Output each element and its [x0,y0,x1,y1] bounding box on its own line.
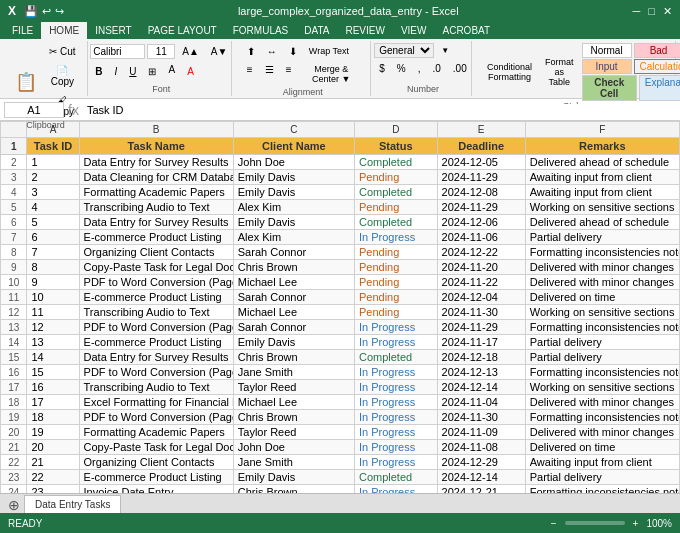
cell-r12-c0[interactable]: 11 [27,305,79,320]
cell-r20-c4[interactable]: 2024-11-09 [437,425,525,440]
cell-r5-c3[interactable]: Pending [354,200,437,215]
tab-review[interactable]: REVIEW [337,22,392,39]
font-name-input[interactable] [90,44,145,59]
cell-r13-c4[interactable]: 2024-11-29 [437,320,525,335]
increase-font-button[interactable]: A▲ [177,43,204,60]
add-sheet-button[interactable]: ⊕ [4,497,24,513]
header-status[interactable]: Status [354,138,437,155]
number-format-expand[interactable]: ▼ [436,43,454,58]
cell-r4-c3[interactable]: Completed [354,185,437,200]
cell-r5-c5[interactable]: Working on sensitive sections [525,200,679,215]
cell-r12-c1[interactable]: Transcribing Audio to Text [79,305,233,320]
cell-r4-c1[interactable]: Formatting Academic Papers [79,185,233,200]
cell-r22-c2[interactable]: Jane Smith [233,455,354,470]
style-input[interactable]: Input [582,59,632,74]
cell-r16-c2[interactable]: Jane Smith [233,365,354,380]
cell-r19-c3[interactable]: In Progress [354,410,437,425]
style-calc[interactable]: Calculation [634,59,680,74]
cell-r19-c0[interactable]: 18 [27,410,79,425]
cell-r8-c5[interactable]: Formatting inconsistencies noted [525,245,679,260]
cell-r5-c2[interactable]: Alex Kim [233,200,354,215]
cell-r18-c5[interactable]: Delivered with minor changes [525,395,679,410]
cell-r14-c5[interactable]: Partial delivery [525,335,679,350]
header-task-name[interactable]: Task Name [79,138,233,155]
minimize-btn[interactable]: ─ [633,5,641,18]
cut-button[interactable]: ✂ Cut [44,43,81,60]
style-normal[interactable]: Normal [582,43,632,58]
cell-r5-c4[interactable]: 2024-11-29 [437,200,525,215]
cell-r9-c3[interactable]: Pending [354,260,437,275]
font-size-input[interactable] [147,44,175,59]
cell-r7-c3[interactable]: In Progress [354,230,437,245]
cell-r22-c0[interactable]: 21 [27,455,79,470]
cell-r23-c5[interactable]: Partial delivery [525,470,679,485]
sheet-tab-data-entry[interactable]: Data Entry Tasks [24,495,121,513]
cell-r14-c3[interactable]: In Progress [354,335,437,350]
cell-r9-c4[interactable]: 2024-11-20 [437,260,525,275]
cell-r19-c1[interactable]: PDF to Word Conversion (Pages) [79,410,233,425]
tab-formulas[interactable]: FORMULAS [225,22,297,39]
cell-r16-c1[interactable]: PDF to Word Conversion (Pages) [79,365,233,380]
cell-r9-c1[interactable]: Copy-Paste Task for Legal Documents [79,260,233,275]
cell-r10-c0[interactable]: 9 [27,275,79,290]
cell-r7-c2[interactable]: Alex Kim [233,230,354,245]
cell-r23-c1[interactable]: E-commerce Product Listing [79,470,233,485]
cell-r15-c0[interactable]: 14 [27,350,79,365]
cell-r5-c0[interactable]: 4 [27,200,79,215]
cell-r15-c3[interactable]: Completed [354,350,437,365]
cell-r16-c0[interactable]: 15 [27,365,79,380]
cell-r4-c0[interactable]: 3 [27,185,79,200]
cell-r10-c1[interactable]: PDF to Word Conversion (Pages) [79,275,233,290]
cell-r18-c3[interactable]: In Progress [354,395,437,410]
cell-r21-c1[interactable]: Copy-Paste Task for Legal Documents [79,440,233,455]
cell-r6-c2[interactable]: Emily Davis [233,215,354,230]
header-client-name[interactable]: Client Name [233,138,354,155]
number-format-select[interactable]: General [374,43,434,58]
align-bottom-button[interactable]: ⬇ [284,43,302,60]
merge-center-button[interactable]: Merge & Center ▼ [299,61,364,87]
quick-access-undo[interactable]: ↩ [42,5,51,18]
cell-r7-c4[interactable]: 2024-11-06 [437,230,525,245]
cell-r9-c5[interactable]: Delivered with minor changes [525,260,679,275]
cell-r14-c0[interactable]: 13 [27,335,79,350]
style-check-cell[interactable]: Check Cell [582,75,637,101]
cell-r2-c3[interactable]: Completed [354,155,437,170]
cell-r14-c2[interactable]: Emily Davis [233,335,354,350]
cell-r3-c5[interactable]: Awaiting input from client [525,170,679,185]
cell-r6-c4[interactable]: 2024-12-06 [437,215,525,230]
cell-reference-input[interactable] [4,102,64,118]
zoom-out-button[interactable]: − [551,518,557,529]
cell-r16-c5[interactable]: Formatting inconsistencies noted [525,365,679,380]
cell-r2-c2[interactable]: John Doe [233,155,354,170]
cell-r8-c4[interactable]: 2024-12-22 [437,245,525,260]
header-deadline[interactable]: Deadline [437,138,525,155]
cell-r19-c4[interactable]: 2024-11-30 [437,410,525,425]
cell-r6-c0[interactable]: 5 [27,215,79,230]
tab-data[interactable]: DATA [296,22,337,39]
cell-r17-c1[interactable]: Transcribing Audio to Text [79,380,233,395]
cell-r8-c3[interactable]: Pending [354,245,437,260]
zoom-slider[interactable] [565,521,625,525]
col-header-b[interactable]: B [79,122,233,138]
cell-r12-c4[interactable]: 2024-11-30 [437,305,525,320]
align-middle-button[interactable]: ↔ [262,43,282,60]
formula-input[interactable] [83,104,676,116]
align-top-button[interactable]: ⬆ [242,43,260,60]
cell-r21-c4[interactable]: 2024-11-08 [437,440,525,455]
cell-r22-c4[interactable]: 2024-12-29 [437,455,525,470]
cell-r22-c3[interactable]: In Progress [354,455,437,470]
cell-r11-c4[interactable]: 2024-12-04 [437,290,525,305]
cell-r5-c1[interactable]: Transcribing Audio to Text [79,200,233,215]
cell-r21-c3[interactable]: In Progress [354,440,437,455]
cell-r8-c1[interactable]: Organizing Client Contacts [79,245,233,260]
cell-r18-c0[interactable]: 17 [27,395,79,410]
cell-r3-c0[interactable]: 2 [27,170,79,185]
cell-r2-c1[interactable]: Data Entry for Survey Results [79,155,233,170]
align-right-button[interactable]: ≡ [281,61,297,87]
cell-r15-c1[interactable]: Data Entry for Survey Results [79,350,233,365]
increase-decimal-button[interactable]: .00 [448,60,472,77]
cell-r11-c0[interactable]: 10 [27,290,79,305]
border-button[interactable]: ⊞ [143,63,161,80]
cell-r11-c5[interactable]: Delivered on time [525,290,679,305]
cell-r23-c0[interactable]: 22 [27,470,79,485]
